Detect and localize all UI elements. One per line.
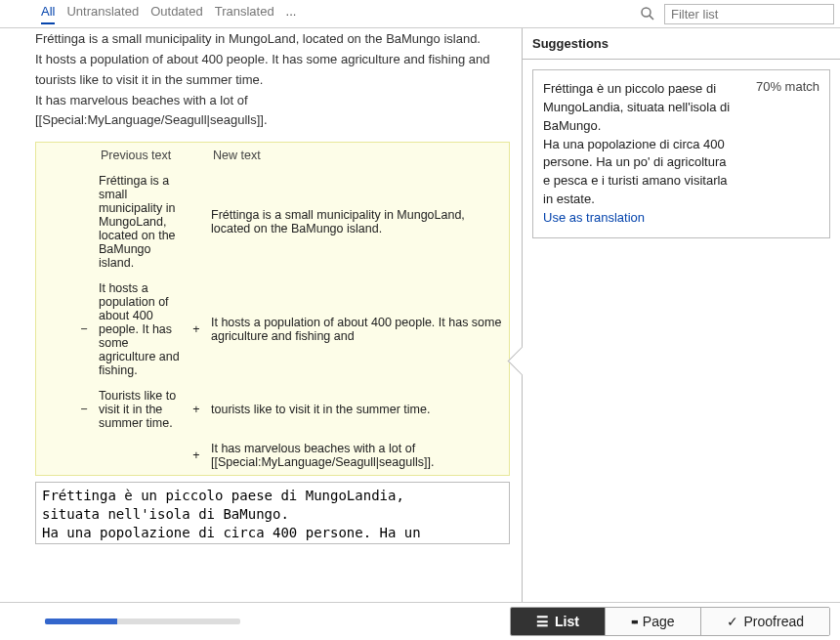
translation-input[interactable] [35,482,510,544]
check-icon: ✓ [727,614,738,629]
source-line: It has marvelous beaches with a lot of [35,92,510,110]
diff-new-cell: tourists like to visit it in the summer … [207,383,509,436]
tab-outdated[interactable]: Outdated [150,4,203,24]
diff-new-cell: Fréttinga is a small municipality in Mun… [207,168,509,276]
tab-more[interactable]: ... [286,4,297,24]
diff-panel: Previous text New text Fréttinga is a sm… [35,142,510,476]
diff-row: Fréttinga is a small municipality in Mun… [36,168,509,276]
view-page-label: Page [643,614,675,629]
suggestions-panel: Suggestions 70% match Fréttinga è un pic… [522,28,840,602]
diff-sign-prev [73,168,95,276]
source-text: Fréttinga is a small municipality in Mun… [35,30,510,130]
diff-sign-new: + [186,276,207,383]
tabs: All Untranslated Outdated Translated ... [6,4,296,24]
use-as-translation-link[interactable]: Use as translation [543,209,819,228]
suggestion-match-percent: 70% match [756,78,819,97]
suggestion-body: Fréttinga è un piccolo paese di MungoLan… [543,80,819,209]
view-list-label: List [555,614,579,629]
svg-line-1 [650,16,653,20]
diff-new-cell: It has marvelous beaches with a lot of [… [207,436,509,475]
diff-prev-cell: It hosts a population of about 400 peopl… [95,276,186,383]
progress-done [45,619,117,624]
suggestion-item: 70% match Fréttinga è un piccolo paese d… [532,69,830,238]
diff-prev-cell: Tourists like to visit it in the summer … [95,383,186,436]
view-proofread-button[interactable]: ✓ Proofread [700,608,829,635]
source-line: tourists like to visit it in the summer … [35,71,510,90]
source-line: Fréttinga is a small municipality in Mun… [35,30,510,49]
progress-bar [45,619,240,624]
filter-input[interactable] [664,4,834,24]
tab-translated[interactable]: Translated [215,4,274,24]
view-mode-buttons: ☰ List ▪▪ Page ✓ Proofread [510,607,830,636]
tab-untranslated[interactable]: Untranslated [66,4,139,24]
source-line: It hosts a population of about 400 peopl… [35,51,510,69]
bottom-bar: ☰ List ▪▪ Page ✓ Proofread [0,603,840,640]
tab-all[interactable]: All [41,4,55,24]
diff-row: − Tourists like to visit it in the summe… [36,383,509,436]
svg-point-0 [642,8,651,17]
grid-icon: ▪▪ [631,614,637,629]
view-list-button[interactable]: ☰ List [511,608,605,635]
diff-prev-cell: Fréttinga is a small municipality in Mun… [95,168,186,276]
diff-sign-prev: − [73,276,95,383]
diff-sign-prev [73,436,95,475]
diff-sign-new [186,168,207,276]
search-icon[interactable] [639,5,656,22]
top-tabs-bar: All Untranslated Outdated Translated ... [0,0,840,28]
view-proofread-label: Proofread [744,614,804,629]
diff-row: + It has marvelous beaches with a lot of… [36,436,509,475]
view-page-button[interactable]: ▪▪ Page [605,608,700,635]
diff-row: − It hosts a population of about 400 peo… [36,276,509,383]
diff-sign-new: + [186,383,207,436]
suggestions-header: Suggestions [523,28,840,60]
source-line: [[Special:MyLanguage/Seagull|seagulls]]. [35,111,510,130]
diff-sign-new: + [186,436,207,475]
diff-prev-cell [95,436,186,475]
list-icon: ☰ [536,614,549,629]
source-panel: Fréttinga is a small municipality in Mun… [0,28,522,602]
diff-header-new: New text [207,143,509,168]
diff-header-previous: Previous text [95,143,186,168]
diff-new-cell: It hosts a population of about 400 peopl… [207,276,509,383]
diff-sign-prev: − [73,383,95,436]
